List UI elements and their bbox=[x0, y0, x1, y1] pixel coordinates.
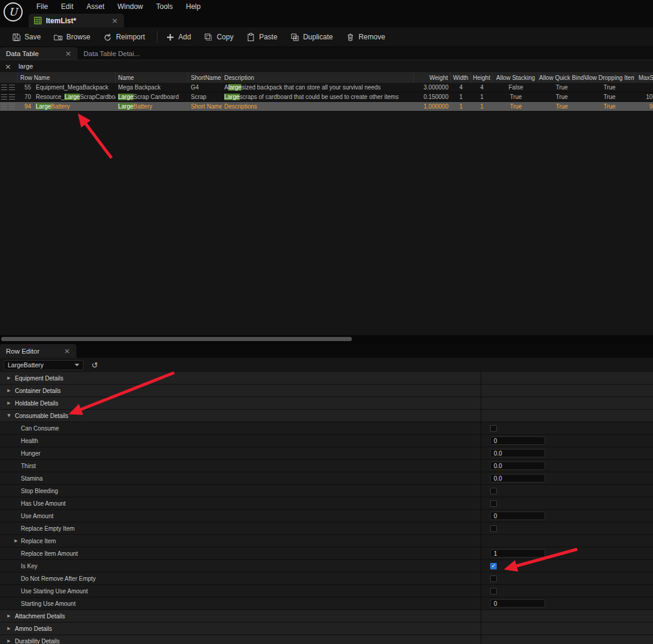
asset-tab-itemlist[interactable]: ItemList* × bbox=[29, 14, 124, 27]
property-use-starting-use-amount[interactable]: Use Starting Use Amount bbox=[0, 585, 653, 597]
menu-item-window[interactable]: Window bbox=[111, 2, 150, 11]
expand-arrow-icon[interactable]: ▶ bbox=[6, 376, 12, 380]
save-button[interactable]: Save bbox=[7, 27, 49, 47]
column-header-width[interactable]: Width bbox=[451, 72, 471, 83]
browse-button[interactable]: Browse bbox=[49, 27, 98, 47]
column-header-height[interactable]: Height bbox=[471, 72, 493, 83]
use-starting-use-amount-checkbox[interactable] bbox=[490, 588, 497, 595]
expand-arrow-icon[interactable]: ▶ bbox=[6, 401, 12, 405]
expand-arrow-icon[interactable]: ▶ bbox=[6, 388, 12, 393]
property-stop-bleeding[interactable]: Stop Bleeding bbox=[0, 485, 653, 497]
column-header-description[interactable]: Description bbox=[222, 72, 414, 83]
menu-item-asset[interactable]: Asset bbox=[80, 2, 111, 11]
tab-data-table-details[interactable]: Data Table Detai... bbox=[78, 47, 146, 60]
property-replace-empty-item[interactable]: Replace Empty Item bbox=[0, 522, 653, 535]
search-match-highlight: large bbox=[228, 84, 242, 91]
expand-arrow-icon[interactable]: ▶ bbox=[13, 538, 19, 543]
property-is-key[interactable]: Is Key✓ bbox=[0, 560, 653, 572]
table-row-94[interactable]: 94LargeBatteryLarge BatteryShort NameDes… bbox=[0, 102, 653, 112]
property-starting-use-amount[interactable]: Starting Use Amount0 bbox=[0, 597, 653, 610]
category-ammo-details[interactable]: ▶Ammo Details bbox=[0, 623, 653, 635]
do-not-remove-after-empty-checkbox[interactable] bbox=[490, 575, 497, 582]
tab-data-table[interactable]: Data Table × bbox=[0, 47, 78, 60]
horizontal-scrollbar[interactable] bbox=[0, 335, 653, 343]
paste-button[interactable]: Paste bbox=[242, 27, 286, 47]
column-header-weight[interactable]: Weight bbox=[414, 72, 451, 83]
property-hunger[interactable]: Hunger0.0 bbox=[0, 447, 653, 460]
property-can-consume[interactable]: Can Consume bbox=[0, 422, 653, 435]
column-header-shortname[interactable]: ShortName bbox=[188, 72, 222, 83]
property-replace-item[interactable]: ▶Replace Item bbox=[0, 535, 653, 547]
expand-arrow-icon[interactable]: ▶ bbox=[6, 639, 12, 643]
expand-arrow-icon[interactable]: ▶ bbox=[6, 614, 12, 618]
hunger-input[interactable]: 0.0 bbox=[490, 449, 545, 457]
menu-item-edit[interactable]: Edit bbox=[54, 2, 80, 11]
cell-name: Mega Backpack bbox=[116, 83, 188, 92]
replace-item-amount-input[interactable]: 1 bbox=[490, 549, 545, 558]
menu-item-tools[interactable]: Tools bbox=[150, 2, 180, 11]
category-consumable-details[interactable]: ▼Consumable Details bbox=[0, 410, 653, 422]
table-row-70[interactable]: 70Resource_LargeScrapCardboardLarge Scra… bbox=[0, 92, 653, 102]
duplicate-button[interactable]: Duplicate bbox=[286, 27, 341, 47]
cell-width: 4 bbox=[451, 83, 471, 92]
tab-row-editor[interactable]: Row Editor × bbox=[0, 344, 76, 358]
copy-button[interactable]: Copy bbox=[199, 27, 242, 47]
property-thirst[interactable]: Thirst0.0 bbox=[0, 460, 653, 472]
property-name-column: ▶Replace Item bbox=[0, 535, 481, 547]
category-equipment-details[interactable]: ▶Equipment Details bbox=[0, 372, 653, 385]
property-use-amount[interactable]: Use Amount0 bbox=[0, 510, 653, 522]
column-header-allow-stacking[interactable]: Allow Stacking bbox=[493, 72, 539, 83]
close-icon[interactable]: × bbox=[57, 49, 72, 58]
property-label: Starting Use Amount bbox=[21, 600, 76, 607]
category-attachment-details[interactable]: ▶Attachment Details bbox=[0, 610, 653, 623]
close-icon[interactable]: × bbox=[103, 16, 118, 25]
search-input[interactable]: large bbox=[18, 63, 33, 70]
chevron-down-icon bbox=[75, 364, 79, 366]
drag-handle-icon[interactable] bbox=[0, 83, 18, 92]
stamina-input[interactable]: 0.0 bbox=[490, 474, 545, 482]
property-stamina[interactable]: Stamina0.0 bbox=[0, 472, 653, 485]
drag-handle-icon[interactable] bbox=[0, 102, 18, 111]
column-header-allow-quick-bind[interactable]: Allow Quick Bind bbox=[539, 72, 584, 83]
column-header-row-name[interactable]: Row Name bbox=[18, 72, 116, 83]
property-health[interactable]: Health0 bbox=[0, 435, 653, 447]
column-header-allow-dropping-item[interactable]: Allow Dropping Item bbox=[584, 72, 635, 83]
has-use-amount-checkbox[interactable] bbox=[490, 500, 497, 507]
column-header-name[interactable]: Name bbox=[116, 72, 188, 83]
drag-handle-icon[interactable] bbox=[0, 92, 18, 101]
close-icon[interactable]: × bbox=[55, 346, 70, 355]
use-amount-input[interactable]: 0 bbox=[490, 512, 545, 520]
health-input[interactable]: 0 bbox=[490, 436, 545, 445]
can-consume-checkbox[interactable] bbox=[490, 425, 497, 432]
menu-item-file[interactable]: File bbox=[30, 2, 54, 11]
reimport-button[interactable]: Reimport bbox=[98, 27, 153, 47]
expand-arrow-icon[interactable]: ▶ bbox=[6, 626, 12, 631]
unreal-logo[interactable]: U bbox=[4, 2, 23, 21]
table-row-55[interactable]: 55Equipment_MegaBackpackMega BackpackG4A… bbox=[0, 83, 653, 92]
clear-search-icon[interactable]: × bbox=[5, 63, 11, 70]
cell-text: Scrap Cardboard bbox=[134, 94, 179, 100]
collapse-arrow-icon[interactable]: ▼ bbox=[6, 413, 12, 418]
thirst-input[interactable]: 0.0 bbox=[490, 462, 545, 470]
category-durability-details[interactable]: ▶Durability Details bbox=[0, 635, 653, 644]
row-select-dropdown[interactable]: LargeBattery bbox=[4, 360, 83, 370]
scrollbar-thumb[interactable] bbox=[1, 337, 352, 341]
add-button[interactable]: Add bbox=[161, 27, 199, 47]
is-key-checkbox[interactable]: ✓ bbox=[490, 563, 497, 569]
reset-button[interactable]: ↺ bbox=[89, 360, 100, 370]
property-replace-item-amount[interactable]: Replace Item Amount1 bbox=[0, 547, 653, 560]
property-do-not-remove-after-empty[interactable]: Do Not Remove After Empty bbox=[0, 572, 653, 585]
undo-icon: ↺ bbox=[92, 361, 98, 369]
remove-button[interactable]: Remove bbox=[341, 27, 394, 47]
column-header-maxst[interactable]: MaxSt bbox=[635, 72, 653, 83]
search-match-highlight: Large bbox=[224, 94, 240, 100]
category-container-details[interactable]: ▶Container Details bbox=[0, 385, 653, 397]
starting-use-amount-input[interactable]: 0 bbox=[490, 599, 545, 608]
cell-text: A bbox=[224, 84, 228, 91]
property-value-column: ✓ bbox=[481, 560, 653, 572]
menu-item-help[interactable]: Help bbox=[180, 2, 208, 11]
stop-bleeding-checkbox[interactable] bbox=[490, 488, 497, 494]
property-has-use-amount[interactable]: Has Use Amount bbox=[0, 497, 653, 510]
category-holdable-details[interactable]: ▶Holdable Details bbox=[0, 397, 653, 410]
replace-empty-item-checkbox[interactable] bbox=[490, 525, 497, 532]
